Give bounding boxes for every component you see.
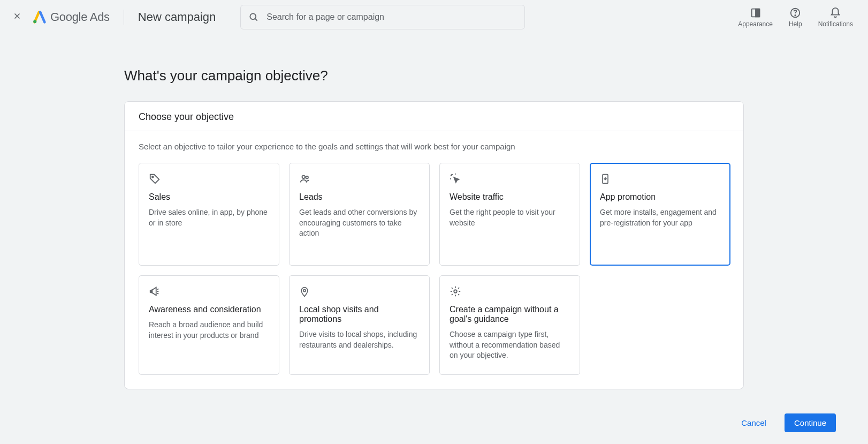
- svg-point-6: [152, 176, 154, 178]
- logo: Google Ads: [32, 10, 110, 25]
- megaphone-icon: [149, 285, 269, 297]
- search-icon: [248, 12, 259, 22]
- footer-actions: Cancel Continue: [735, 413, 836, 432]
- svg-point-7: [302, 176, 306, 179]
- header-actions: Appearance Help Notifications: [738, 7, 859, 28]
- google-ads-logo-icon: [32, 10, 47, 25]
- appearance-button[interactable]: Appearance: [738, 7, 773, 28]
- brand-text: Google Ads: [50, 10, 110, 24]
- notifications-label: Notifications: [818, 20, 853, 28]
- phone-download-icon: [600, 173, 720, 185]
- card-title: Sales: [149, 192, 269, 202]
- help-icon: [789, 7, 801, 19]
- appearance-label: Appearance: [738, 20, 773, 28]
- gear-icon: [450, 285, 570, 297]
- cursor-click-icon: [450, 173, 570, 185]
- cancel-button[interactable]: Cancel: [735, 414, 773, 432]
- continue-button[interactable]: Continue: [785, 413, 836, 432]
- appearance-icon: [750, 7, 762, 19]
- header: Google Ads New campaign Appearance Help …: [0, 0, 868, 34]
- card-desc: Drive visits to local shops, including r…: [299, 329, 420, 350]
- svg-point-0: [33, 20, 36, 23]
- svg-rect-3: [756, 9, 759, 17]
- svg-point-10: [303, 289, 306, 291]
- help-label: Help: [789, 20, 802, 28]
- objective-card-sales[interactable]: Sales Drive sales online, in app, by pho…: [139, 163, 279, 266]
- svg-point-11: [454, 290, 457, 293]
- panel-title: Choose your objective: [125, 102, 743, 131]
- search-input[interactable]: [267, 12, 517, 22]
- objective-panel: Choose your objective Select an objectiv…: [124, 101, 744, 389]
- objective-card-website-traffic[interactable]: Website traffic Get the right people to …: [439, 163, 580, 266]
- card-desc: Get more installs, engagement and pre-re…: [600, 207, 720, 228]
- card-title: Awareness and consideration: [149, 305, 269, 314]
- svg-point-1: [250, 13, 256, 19]
- objective-card-awareness[interactable]: Awareness and consideration Reach a broa…: [139, 275, 279, 375]
- main-inner: What's your campaign objective? Choose y…: [124, 67, 744, 389]
- card-title: Website traffic: [450, 192, 570, 202]
- card-desc: Get leads and other conversions by encou…: [299, 207, 420, 239]
- main: What's your campaign objective? Choose y…: [0, 34, 868, 389]
- panel-subtitle: Select an objective to tailor your exper…: [125, 131, 743, 155]
- card-desc: Choose a campaign type first, without a …: [450, 329, 570, 361]
- card-desc: Reach a broad audience and build interes…: [149, 320, 269, 341]
- objective-card-leads[interactable]: Leads Get leads and other conversions by…: [289, 163, 430, 266]
- objective-card-no-goal[interactable]: Create a campaign without a goal's guida…: [439, 275, 580, 375]
- tag-icon: [149, 173, 269, 185]
- card-title: Leads: [299, 192, 420, 202]
- pin-icon: [299, 285, 420, 297]
- objective-card-local[interactable]: Local shop visits and promotions Drive v…: [289, 275, 430, 375]
- card-title: Local shop visits and promotions: [299, 305, 420, 324]
- divider: [124, 10, 124, 25]
- search-box[interactable]: [240, 5, 525, 29]
- notifications-button[interactable]: Notifications: [818, 7, 853, 28]
- card-title: App promotion: [600, 192, 720, 202]
- brand-google: Google: [50, 10, 87, 24]
- brand-ads: Ads: [90, 10, 110, 24]
- svg-point-5: [795, 14, 796, 15]
- page-title: New campaign: [138, 10, 216, 24]
- card-desc: Drive sales online, in app, by phone or …: [149, 207, 269, 228]
- close-icon: [12, 11, 22, 21]
- svg-point-8: [306, 176, 308, 179]
- people-icon: [299, 173, 420, 185]
- objective-card-app-promotion[interactable]: App promotion Get more installs, engagem…: [590, 163, 730, 266]
- card-desc: Get the right people to visit your websi…: [450, 207, 570, 228]
- card-title: Create a campaign without a goal's guida…: [450, 305, 570, 324]
- objective-question: What's your campaign objective?: [124, 67, 744, 84]
- close-button[interactable]: [9, 10, 26, 24]
- bell-icon: [829, 7, 841, 19]
- objective-cards: Sales Drive sales online, in app, by pho…: [125, 155, 743, 389]
- help-button[interactable]: Help: [789, 7, 802, 28]
